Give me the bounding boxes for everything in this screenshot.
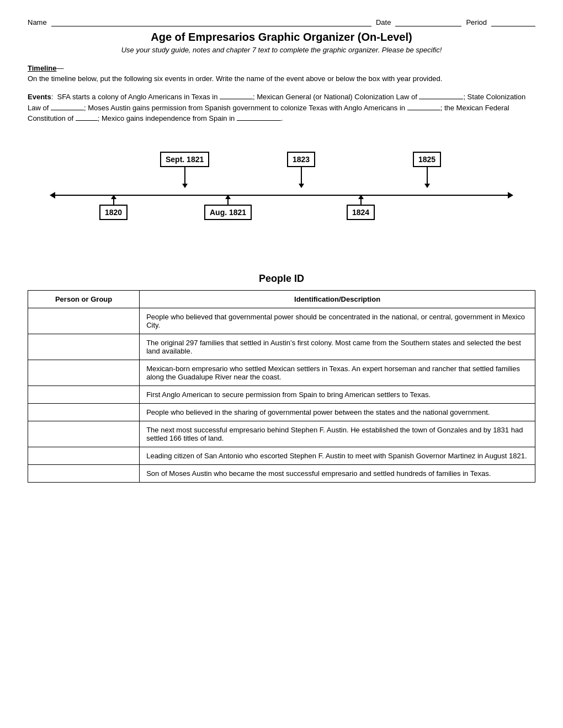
timeline-section: Timeline— On the timeline below, put the… bbox=[28, 64, 535, 124]
desc-cell-0: People who believed that governmental po… bbox=[140, 308, 535, 334]
box-1823: 1823 bbox=[287, 152, 315, 167]
arrow-1823 bbox=[299, 184, 304, 188]
date-field bbox=[395, 17, 461, 26]
blank-3 bbox=[51, 103, 84, 110]
person-cell-7 bbox=[28, 464, 140, 482]
vert-1824-up bbox=[360, 195, 362, 205]
blank-6 bbox=[237, 113, 281, 121]
blank-4 bbox=[407, 103, 440, 110]
node-1824: 1824 bbox=[347, 205, 375, 220]
node-1823: 1823 bbox=[287, 152, 315, 167]
vert-1825-down bbox=[427, 167, 428, 184]
vert-aug1821-up bbox=[227, 195, 229, 205]
events-text: Events: SFA starts a colony of Anglo Ame… bbox=[28, 92, 535, 124]
table-row: People who believed that governmental po… bbox=[28, 308, 535, 334]
desc-cell-3: First Anglo American to secure permissio… bbox=[140, 386, 535, 403]
table-row: People who believed in the sharing of go… bbox=[28, 403, 535, 421]
desc-cell-2: Mexican-born empresario who settled Mexi… bbox=[140, 360, 535, 386]
table-row: Mexican-born empresario who settled Mexi… bbox=[28, 360, 535, 386]
box-1820: 1820 bbox=[99, 205, 128, 220]
arrow-1825 bbox=[424, 184, 430, 188]
arrow-sept1821 bbox=[182, 184, 188, 188]
table-header-row: Person or Group Identification/Descripti… bbox=[28, 290, 535, 308]
subtitle: Use your study guide, notes and chapter … bbox=[28, 46, 535, 54]
vert-1823-down bbox=[301, 167, 302, 184]
node-aug1821: Aug. 1821 bbox=[204, 205, 252, 220]
desc-cell-7: Son of Moses Austin who became the most … bbox=[140, 464, 535, 482]
box-1825: 1825 bbox=[413, 152, 441, 167]
date-label: Date bbox=[376, 18, 391, 26]
person-cell-0 bbox=[28, 308, 140, 334]
desc-cell-5: The next most successful empresario behi… bbox=[140, 421, 535, 447]
name-field bbox=[51, 17, 371, 26]
person-cell-3 bbox=[28, 386, 140, 403]
header-row: Name Date Period bbox=[28, 17, 535, 26]
person-cell-2 bbox=[28, 360, 140, 386]
timeline-emdash: — bbox=[57, 64, 64, 72]
blank-1 bbox=[220, 92, 253, 99]
person-cell-4 bbox=[28, 403, 140, 421]
main-title: Age of Empresarios Graphic Organizer (On… bbox=[28, 31, 535, 44]
col-header-person: Person or Group bbox=[28, 290, 140, 308]
table-row: The next most successful empresario behi… bbox=[28, 421, 535, 447]
period-label: Period bbox=[466, 18, 487, 26]
col-header-desc: Identification/Description bbox=[140, 290, 535, 308]
person-cell-5 bbox=[28, 421, 140, 447]
vert-1820-up bbox=[113, 195, 114, 205]
name-label: Name bbox=[28, 18, 47, 26]
node-sept1821: Sept. 1821 bbox=[160, 152, 209, 167]
node-1825: 1825 bbox=[413, 152, 441, 167]
timeline-section-label: Timeline bbox=[28, 64, 57, 72]
blank-5 bbox=[76, 113, 98, 121]
person-cell-1 bbox=[28, 334, 140, 360]
table-row: Leading citizen of San Antonio who escor… bbox=[28, 447, 535, 464]
people-table: Person or Group Identification/Descripti… bbox=[28, 290, 535, 483]
desc-cell-6: Leading citizen of San Antonio who escor… bbox=[140, 447, 535, 464]
people-id-section: People ID Person or Group Identification… bbox=[28, 273, 535, 483]
period-field bbox=[491, 17, 535, 26]
box-sept1821: Sept. 1821 bbox=[160, 152, 209, 167]
desc-cell-1: The original 297 families that settled i… bbox=[140, 334, 535, 360]
table-row: The original 297 families that settled i… bbox=[28, 334, 535, 360]
person-cell-6 bbox=[28, 447, 140, 464]
blank-2 bbox=[419, 92, 463, 99]
table-row: Son of Moses Austin who became the most … bbox=[28, 464, 535, 482]
desc-cell-4: People who believed in the sharing of go… bbox=[140, 403, 535, 421]
events-label: Events bbox=[28, 93, 51, 101]
table-row: First Anglo American to secure permissio… bbox=[28, 386, 535, 403]
timeline-instructions: On the timeline below, put the following… bbox=[28, 74, 535, 83]
box-aug1821: Aug. 1821 bbox=[204, 205, 252, 220]
vert-sept1821-down bbox=[184, 167, 185, 184]
people-id-title: People ID bbox=[28, 273, 535, 285]
timeline-line bbox=[55, 195, 508, 196]
timeline-visual: Sept. 1821 1823 1825 1820 Aug. 1821 1824 bbox=[55, 141, 508, 251]
box-1824: 1824 bbox=[347, 205, 375, 220]
node-1820: 1820 bbox=[99, 205, 128, 220]
